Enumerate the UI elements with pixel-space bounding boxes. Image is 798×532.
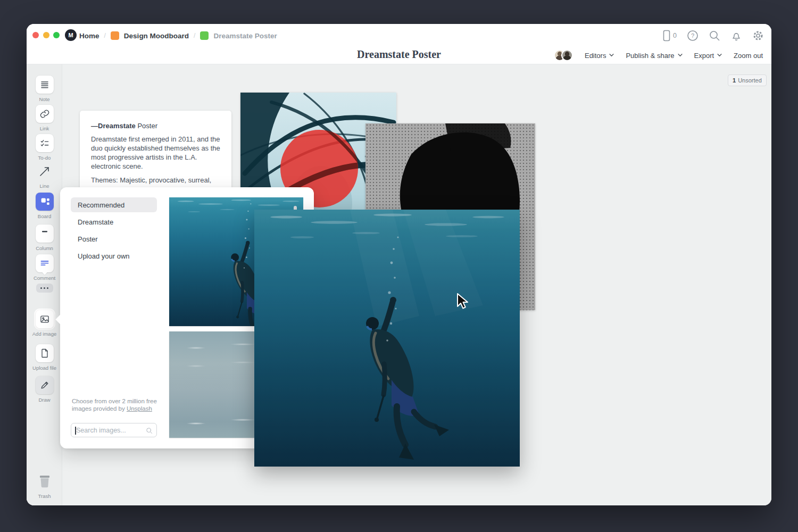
tool-column[interactable]: Column	[27, 225, 62, 251]
editors-label: Editors	[585, 52, 606, 60]
board-icon	[39, 196, 51, 207]
breadcrumb-design-moodboard[interactable]: Design Moodboard	[124, 32, 189, 40]
chevron-down-icon	[609, 54, 614, 57]
tool-upload-file[interactable]: Upload file	[27, 344, 62, 371]
tool-label: Line	[40, 183, 49, 189]
editors-avatars[interactable]	[554, 49, 573, 61]
green-board-swatch-icon	[200, 31, 209, 40]
menu-item-dreamstate[interactable]: Dreamstate	[71, 214, 157, 229]
unsorted-label: Unsorted	[738, 77, 762, 84]
menu-item-recommended[interactable]: Recommended	[71, 197, 157, 212]
unsplash-attribution: Choose from over 2 million free images p…	[72, 397, 161, 412]
macos-close-button[interactable]	[32, 32, 39, 38]
tool-note[interactable]: Note	[27, 76, 62, 102]
macos-minimize-button[interactable]	[43, 32, 49, 38]
tool-label: Link	[40, 126, 49, 131]
note-card-title: —Dreamstate Poster	[91, 122, 220, 130]
tool-label: Board	[38, 213, 51, 219]
draw-pencil-icon	[39, 380, 50, 390]
svg-text:?: ?	[691, 32, 694, 39]
search-icon	[709, 30, 720, 41]
tool-label: To-do	[38, 155, 51, 161]
tool-label: Upload file	[32, 365, 56, 371]
tool-label: Note	[39, 96, 49, 102]
breadcrumb-separator: /	[194, 32, 195, 39]
unsorted-count: 1	[733, 77, 736, 84]
search-button[interactable]	[709, 30, 720, 41]
tool-trash[interactable]: Trash	[27, 472, 62, 499]
settings-button[interactable]	[752, 30, 764, 41]
macos-zoom-button[interactable]	[53, 32, 60, 38]
tool-add-image[interactable]: Add image	[27, 310, 62, 337]
tool-line[interactable]: Line	[27, 162, 62, 189]
tool-board[interactable]: Board	[27, 193, 62, 219]
tool-label: Add image	[32, 331, 56, 337]
menu-item-upload-your-own[interactable]: Upload your own	[71, 248, 157, 263]
search-images-input[interactable]	[71, 423, 156, 437]
comment-icon	[39, 258, 50, 269]
editors-button[interactable]: Editors	[585, 52, 614, 60]
export-label: Export	[694, 52, 714, 60]
avatar	[561, 49, 573, 61]
trash-icon	[37, 473, 52, 489]
tool-label: Comment	[34, 275, 55, 281]
board-header: Dreamstate Poster Editors Publish & shar…	[27, 47, 771, 64]
note-icon	[39, 79, 50, 90]
menu-item-poster[interactable]: Poster	[71, 231, 157, 246]
bell-icon	[730, 30, 742, 41]
todo-icon	[39, 138, 50, 148]
image-search-box	[71, 423, 157, 437]
chevron-down-icon	[717, 54, 722, 57]
publish-share-label: Publish & share	[626, 52, 674, 60]
device-icon	[662, 30, 671, 41]
breadcrumb-separator: /	[104, 32, 106, 39]
breadcrumb-dreamstate-poster[interactable]: Dreamstate Poster	[213, 32, 277, 40]
orange-board-swatch-icon	[111, 31, 119, 40]
device-preview-button[interactable]: 0	[662, 30, 677, 41]
line-arrow-icon	[38, 165, 51, 178]
upload-file-icon	[39, 348, 50, 359]
image-picker-menu: Recommended Dreamstate Poster Upload you…	[71, 197, 157, 265]
tool-label: Trash	[38, 493, 51, 499]
search-icon	[146, 427, 153, 434]
unsorted-badge[interactable]: 1 Unsorted	[728, 74, 767, 86]
tool-label: Column	[36, 245, 53, 251]
milanote-logo[interactable]: M	[65, 29, 77, 41]
publish-share-button[interactable]: Publish & share	[626, 52, 682, 60]
export-button[interactable]: Export	[694, 52, 722, 60]
device-count: 0	[673, 32, 677, 39]
tool-draw[interactable]: Draw	[27, 376, 62, 403]
link-icon	[39, 109, 50, 119]
tool-more[interactable]	[27, 284, 62, 293]
titlebar: M Home / Design Moodboard / Dreamstate P…	[27, 24, 771, 47]
tool-link[interactable]: Link	[27, 105, 62, 131]
note-card-body: Dreamstate first emerged in 2011, and th…	[91, 135, 220, 171]
tools-sidebar: Note Link To-do Line Board	[27, 64, 62, 505]
column-icon	[39, 228, 50, 239]
help-button[interactable]: ?	[687, 30, 699, 41]
board-canvas[interactable]: Note Link To-do Line Board	[27, 64, 771, 505]
breadcrumb: Home / Design Moodboard / Dreamstate Pos…	[79, 24, 277, 47]
note-card-themes: Themes: Majestic, provocative, surreal,	[91, 176, 220, 185]
add-image-icon	[39, 314, 50, 325]
gear-icon	[752, 30, 764, 41]
mouse-cursor	[456, 293, 470, 310]
notifications-button[interactable]	[730, 30, 742, 41]
breadcrumb-home[interactable]: Home	[79, 32, 99, 40]
tool-todo[interactable]: To-do	[27, 134, 62, 161]
app-window: M Home / Design Moodboard / Dreamstate P…	[27, 24, 771, 505]
unsplash-link[interactable]: Unsplash	[127, 405, 152, 412]
tool-comment[interactable]: Comment	[27, 254, 62, 281]
help-icon: ?	[687, 30, 699, 41]
dragged-image-diver[interactable]	[254, 210, 520, 467]
zoom-out-button[interactable]: Zoom out	[734, 52, 763, 60]
more-dots-icon	[36, 284, 53, 293]
zoom-out-label: Zoom out	[734, 52, 763, 60]
chevron-down-icon	[678, 54, 683, 57]
tool-label: Draw	[38, 397, 50, 403]
